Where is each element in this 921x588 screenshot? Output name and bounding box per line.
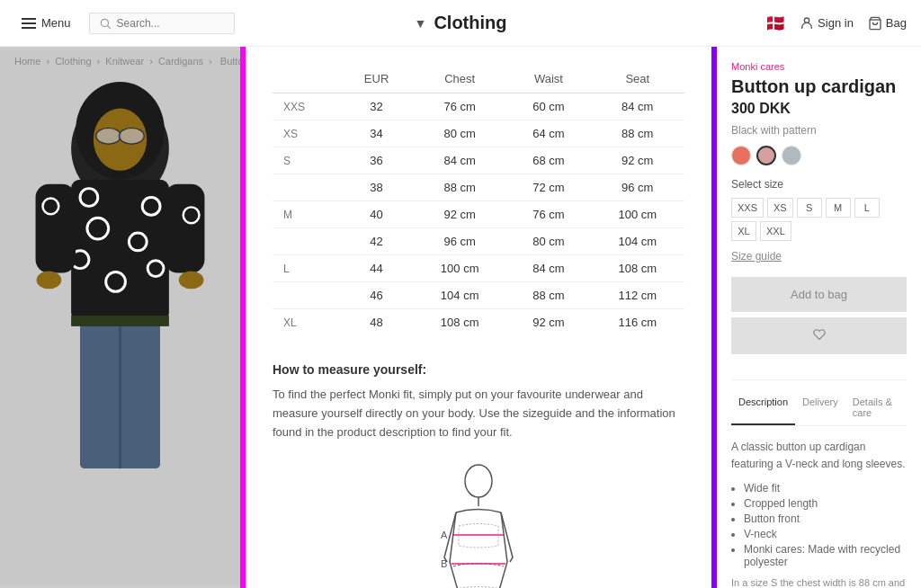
size-option-xl[interactable]: XL <box>731 221 756 241</box>
color-swatch[interactable] <box>731 146 751 165</box>
center-panel[interactable]: EUR Chest Waist Seat XXS 32 76 cm 60 cm … <box>243 47 714 588</box>
eur-value: 46 <box>340 282 413 309</box>
svg-point-8 <box>96 128 121 144</box>
heart-icon <box>813 328 826 341</box>
size-option-xxl[interactable]: XXL <box>760 221 791 241</box>
chest-value: 104 cm <box>413 282 506 309</box>
product-color-desc: Black with pattern <box>731 124 907 137</box>
eur-value: 36 <box>340 147 413 174</box>
table-row: 42 96 cm 80 cm 104 cm <box>273 228 684 255</box>
feature-item: Button front <box>744 512 907 525</box>
feature-item: Cropped length <box>744 497 907 510</box>
page-wrapper: Menu ▼ Clothing 🇩🇰 Sign in <box>0 0 921 588</box>
eur-value: 34 <box>340 120 413 147</box>
product-size-note: In a size S the chest width is 88 cm and… <box>731 577 907 588</box>
measure-text: To find the perfect Monki fit, simply pu… <box>273 386 684 441</box>
product-tab-description[interactable]: Description <box>731 391 795 425</box>
divider <box>731 379 907 380</box>
flag-icon: 🇩🇰 <box>765 13 785 33</box>
waist-value: 88 cm <box>506 282 590 309</box>
svg-line-1 <box>107 25 110 28</box>
header-right: 🇩🇰 Sign in Bag <box>765 13 907 33</box>
table-row: XL 48 108 cm 92 cm 116 cm <box>273 309 684 336</box>
svg-point-27 <box>179 272 204 290</box>
seat-value: 116 cm <box>591 309 684 336</box>
size-label <box>273 282 340 309</box>
header-left: Menu <box>14 13 235 34</box>
waist-value: 60 cm <box>506 94 590 120</box>
product-features: Wide fitCropped lengthButton frontV-neck… <box>731 482 907 568</box>
svg-text:B: B <box>441 558 447 569</box>
breadcrumb-home[interactable]: Home <box>14 56 40 67</box>
waist-value: 80 cm <box>506 228 590 255</box>
svg-text:A: A <box>441 530 448 540</box>
breadcrumb-knitwear[interactable]: Knitwear <box>105 56 144 67</box>
size-table: EUR Chest Waist Seat XXS 32 76 cm 60 cm … <box>273 65 684 335</box>
chest-value: 108 cm <box>413 309 506 336</box>
size-option-m[interactable]: M <box>826 198 851 218</box>
table-header-eur: EUR <box>340 65 413 94</box>
seat-value: 108 cm <box>591 255 684 282</box>
chest-value: 92 cm <box>413 201 506 228</box>
search-icon <box>99 17 112 30</box>
size-label: XS <box>273 120 340 147</box>
product-figure <box>0 48 240 587</box>
hamburger-icon <box>22 18 36 29</box>
eur-value: 48 <box>340 309 413 336</box>
size-option-l[interactable]: L <box>854 198 880 218</box>
seat-value: 88 cm <box>591 120 684 147</box>
search-bar <box>89 13 235 34</box>
seat-value: 100 cm <box>591 201 684 228</box>
size-label: XXS <box>273 94 340 120</box>
table-header-waist: Waist <box>506 65 590 94</box>
table-header-seat: Seat <box>591 65 684 94</box>
menu-button[interactable]: Menu <box>14 13 78 33</box>
select-size-label: Select size <box>731 178 907 191</box>
table-row: XXS 32 76 cm 60 cm 84 cm <box>273 94 684 120</box>
search-input[interactable] <box>117 17 225 30</box>
bag-button[interactable]: Bag <box>868 16 907 31</box>
add-to-bag-button[interactable]: Add to bag <box>731 277 907 312</box>
product-price: 300 DKK <box>731 101 907 117</box>
color-swatch[interactable] <box>782 146 801 165</box>
feature-item: Monki cares: Made with recycled polyeste… <box>744 543 907 568</box>
svg-rect-20 <box>165 184 205 273</box>
table-row: 46 104 cm 88 cm 112 cm <box>273 282 684 309</box>
chest-value: 100 cm <box>413 255 506 282</box>
chest-value: 96 cm <box>413 228 506 255</box>
size-option-xxs[interactable]: XXS <box>731 198 764 218</box>
wishlist-button[interactable] <box>731 317 907 354</box>
svg-rect-11 <box>71 180 169 322</box>
dropdown-arrow-icon: ▼ <box>415 16 427 31</box>
color-swatch[interactable] <box>756 146 776 165</box>
chest-value: 88 cm <box>413 174 506 201</box>
size-option-s[interactable]: S <box>797 198 822 218</box>
product-tab-delivery[interactable]: Delivery <box>795 391 845 425</box>
size-option-xs[interactable]: XS <box>767 198 793 218</box>
product-name: Button up cardigan <box>731 76 907 97</box>
seat-value: 104 cm <box>591 228 684 255</box>
breadcrumb-product: Button up c... <box>220 56 243 67</box>
left-panel: Home › Clothing › Knitwear › Cardigans ›… <box>0 47 243 588</box>
svg-point-26 <box>37 272 62 290</box>
size-options: XXSXSSMLXLXXL <box>731 198 907 241</box>
product-tabs: DescriptionDeliveryDetails & care <box>731 391 907 426</box>
size-label <box>273 174 340 201</box>
size-label: S <box>273 147 340 174</box>
person-icon <box>800 16 814 31</box>
chest-value: 80 cm <box>413 120 506 147</box>
table-header-chest: Chest <box>413 65 506 94</box>
seat-value: 84 cm <box>591 94 684 120</box>
chest-value: 76 cm <box>413 94 506 120</box>
measure-title: How to measure yourself: <box>273 362 684 377</box>
size-guide-link[interactable]: Size guide <box>731 250 907 263</box>
seat-value: 96 cm <box>591 174 684 201</box>
breadcrumb-clothing[interactable]: Clothing <box>55 56 91 67</box>
eur-value: 42 <box>340 228 413 255</box>
table-row: XS 34 80 cm 64 cm 88 cm <box>273 120 684 147</box>
breadcrumb-cardigans[interactable]: Cardigans <box>158 56 203 67</box>
sign-in-button[interactable]: Sign in <box>800 16 854 31</box>
chest-value: 84 cm <box>413 147 506 174</box>
product-tab-details--care[interactable]: Details & care <box>845 391 907 425</box>
color-swatches <box>731 146 907 165</box>
